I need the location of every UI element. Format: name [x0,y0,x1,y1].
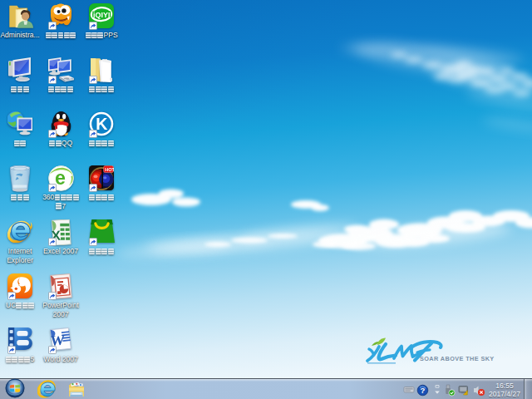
svg-text:iQIYI: iQIYI [93,11,110,19]
svg-text:?: ? [421,386,426,395]
svg-text:SOAR ABOVE THE SKY: SOAR ABOVE THE SKY [420,355,495,362]
svg-text:K: K [96,115,107,133]
svg-text:HOT: HOT [105,167,114,172]
svg-text:!: ! [466,392,466,396]
